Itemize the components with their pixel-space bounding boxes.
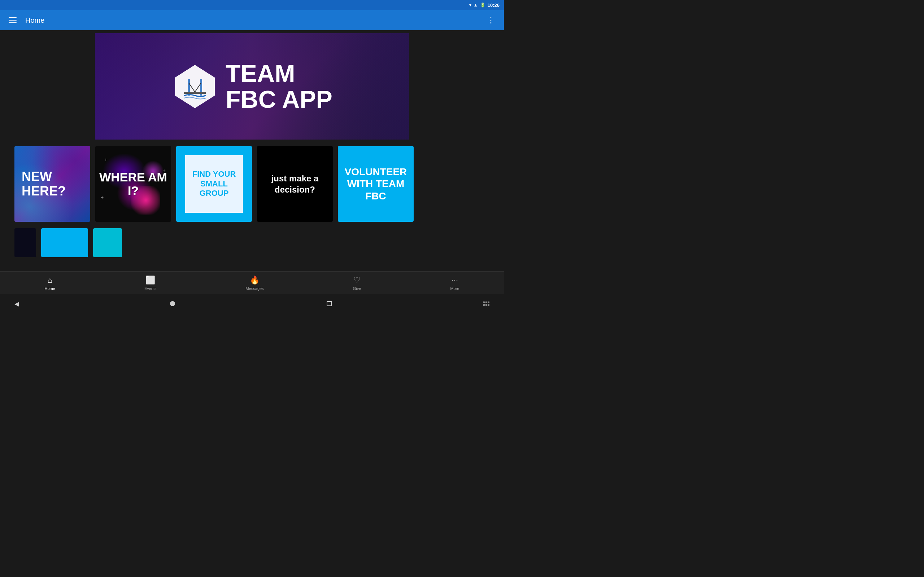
hamburger-line (9, 17, 16, 18)
card-partial-cyan2[interactable] (93, 228, 122, 257)
system-bar: ◀ (0, 294, 504, 313)
cards-section: NEW HERE? + + + WHERE AM I? FIND YOUR SM… (0, 140, 504, 228)
nav-more[interactable]: ··· More (443, 272, 466, 293)
card-volunteer-label: VOLUNTEER WITH TEAM FBC (338, 159, 414, 210)
app-bar-left: Home (6, 15, 44, 26)
home-icon: ⌂ (48, 276, 52, 285)
nav-events[interactable]: ⬜ Events (137, 272, 164, 293)
battery-icon: 🔋 (480, 3, 485, 8)
menu-button[interactable] (6, 15, 19, 26)
nav-home[interactable]: ⌂ Home (37, 272, 63, 293)
card-small-group-label: FIND YOUR SMALL GROUP (189, 169, 239, 198)
wifi-icon: ▾ (469, 3, 472, 8)
hero-banner[interactable]: TEAM FBC APP (95, 33, 409, 140)
card-partial-cyan[interactable] (41, 228, 88, 257)
nav-home-label: Home (45, 286, 55, 291)
status-bar: ▾ ▲ 🔋 10:26 (0, 0, 504, 10)
bottom-nav: ⌂ Home ⬜ Events 🔥 Messages ♡ Give ··· Mo… (0, 271, 504, 294)
card-where-am-i-text-container: WHERE AM I? (95, 146, 171, 222)
nav-more-label: More (450, 286, 459, 291)
events-icon: ⬜ (145, 276, 155, 285)
svg-rect-5 (184, 92, 206, 94)
more-options-button[interactable]: ⋮ (484, 13, 498, 28)
give-icon: ♡ (353, 276, 360, 285)
time-display: 10:26 (488, 3, 499, 8)
signal-icon: ▲ (473, 3, 478, 8)
messages-icon: 🔥 (250, 276, 260, 285)
card-decision[interactable]: just make a decision? (257, 146, 333, 222)
fbc-logo (171, 63, 218, 110)
hero-title-line1: TEAM (226, 61, 333, 86)
back-button[interactable]: ◀ (15, 300, 19, 307)
app-title: Home (25, 16, 44, 24)
hamburger-line (9, 20, 16, 21)
hero-content: TEAM FBC APP (171, 61, 333, 112)
nav-give[interactable]: ♡ Give (346, 272, 368, 293)
hero-title: TEAM FBC APP (226, 61, 333, 112)
second-row (0, 228, 504, 257)
svg-marker-0 (175, 65, 215, 108)
nav-messages[interactable]: 🔥 Messages (239, 272, 271, 293)
card-decision-label: just make a decision? (257, 166, 333, 202)
nav-messages-label: Messages (246, 286, 264, 291)
card-small-group-inner: FIND YOUR SMALL GROUP (185, 155, 243, 213)
more-icon: ··· (452, 276, 458, 285)
card-partial-dark[interactable] (15, 228, 36, 257)
nav-events-label: Events (144, 286, 157, 291)
keyboard-button[interactable] (483, 301, 489, 306)
nav-give-label: Give (353, 286, 361, 291)
card-new-here[interactable]: NEW HERE? (15, 146, 90, 222)
hamburger-line (9, 23, 16, 23)
card-new-here-label: NEW HERE? (22, 169, 83, 198)
card-new-here-text-container: NEW HERE? (15, 146, 90, 222)
card-where-am-i[interactable]: + + + WHERE AM I? (95, 146, 171, 222)
home-button[interactable] (170, 301, 175, 306)
card-small-group[interactable]: FIND YOUR SMALL GROUP (176, 146, 252, 222)
app-bar: Home ⋮ (0, 10, 504, 30)
card-where-am-i-label: WHERE AM I? (95, 171, 171, 198)
recents-button[interactable] (327, 301, 332, 306)
card-volunteer[interactable]: VOLUNTEER WITH TEAM FBC (338, 146, 414, 222)
hero-title-line2: FBC APP (226, 87, 333, 112)
